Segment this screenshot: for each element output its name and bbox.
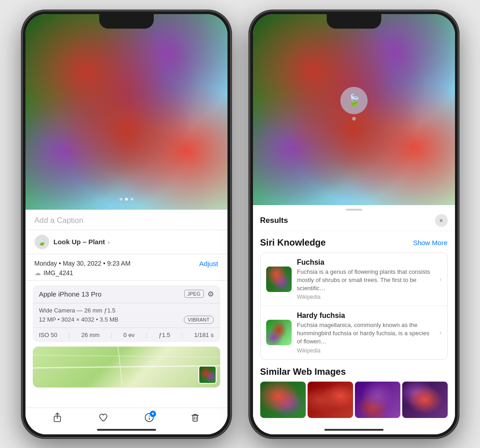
fuchsia-desc: Fuchsia is a genus of flowering plants t… — [297, 268, 434, 293]
home-indicator-2 — [324, 429, 384, 431]
lookup-subject: Plant — [88, 238, 105, 246]
adjust-button[interactable]: Adjust — [199, 260, 218, 267]
notch — [99, 14, 154, 29]
camera-model: Apple iPhone 13 Pro — [39, 290, 102, 298]
gear-icon[interactable]: ⚙ — [207, 290, 214, 298]
aperture-stat: ƒ1.5 — [159, 332, 170, 338]
sep3: | — [146, 332, 147, 338]
siri-knowledge-header: Siri Knowledge Show More — [260, 231, 448, 252]
siri-knowledge-title: Siri Knowledge — [260, 237, 326, 248]
focal-stat: 26 mm — [81, 332, 100, 338]
camera-row2: Wide Camera — 26 mm ƒ1.5 12 MP • 3024 × … — [33, 303, 220, 328]
similar-image-2[interactable] — [308, 382, 353, 418]
similar-images-row — [260, 382, 448, 418]
close-button[interactable]: × — [435, 214, 448, 227]
fuchsia-thumbnail — [266, 267, 292, 292]
meta-filename-row: ☁ IMG_4241 — [35, 269, 218, 277]
phone-2: 🍃 Results × Si — [249, 10, 459, 438]
camera-row1: Apple iPhone 13 Pro JPEG ⚙ — [33, 285, 220, 303]
camera-row3: ISO 50 | 26 mm | 0 ev | ƒ1.5 | 1/181 s — [33, 328, 220, 342]
fuchsia-name: Fuchsia — [297, 258, 434, 267]
lookup-text: Look Up – Plant › — [54, 238, 110, 246]
show-more-button[interactable]: Show More — [413, 239, 448, 247]
similar-header: Similar Web Images — [260, 360, 448, 382]
map-thumbnail — [198, 366, 217, 384]
meta-date: Monday • May 30, 2022 • 9:23 AM — [35, 260, 131, 267]
sep4: | — [182, 332, 183, 338]
similar-image-4[interactable] — [402, 382, 448, 418]
lookup-icon: 🍃 — [35, 235, 49, 249]
dot-2 — [125, 198, 128, 201]
results-title: Results — [260, 216, 288, 225]
siri-leaf-icon: 🍃 — [347, 93, 361, 107]
mp-specs: 12 MP • 3024 × 4032 • 3.5 MB — [39, 316, 119, 323]
cloud-icon: ☁ — [35, 269, 41, 277]
svg-rect-8 — [193, 415, 197, 421]
iso-stat: ISO 50 — [39, 332, 57, 338]
hardy-name: Hardy fuchsia — [297, 312, 434, 320]
fuchsia-chevron-icon: › — [440, 276, 442, 283]
map-thumb-flower — [199, 367, 216, 383]
phone-1-screen: Add a Caption 🍃 Look Up – Plant › — [25, 14, 227, 434]
dot-3 — [131, 198, 133, 201]
hardy-text: Hardy fuchsia Fuchsia magellanica, commo… — [297, 312, 434, 354]
hardy-source: Wikipedia — [297, 347, 434, 354]
lookup-row[interactable]: 🍃 Look Up – Plant › — [25, 230, 227, 254]
similar-title: Similar Web Images — [260, 367, 346, 377]
results-header: Results × — [253, 211, 455, 231]
hardy-chevron-icon: › — [440, 329, 442, 336]
camera-specs-row: 12 MP • 3024 × 4032 • 3.5 MB VIBRANT — [39, 316, 214, 324]
sep2: | — [111, 332, 112, 338]
phone2-photo: 🍃 — [253, 14, 455, 205]
lookup-label: Look Up – — [54, 238, 87, 246]
delete-button[interactable] — [190, 413, 200, 425]
home-indicator — [97, 429, 156, 431]
knowledge-card: Fuchsia Fuchsia is a genus of flowering … — [260, 252, 448, 360]
hardy-desc: Fuchsia magellanica, commonly known as t… — [297, 321, 434, 346]
photo-dots — [120, 198, 133, 201]
vibrant-badge: VIBRANT — [184, 316, 214, 324]
phone2-content: 🍃 Results × Si — [253, 14, 455, 434]
favorite-button[interactable] — [98, 413, 108, 425]
info-badge: ✦ — [150, 411, 156, 417]
knowledge-item-fuchsia[interactable]: Fuchsia Fuchsia is a genus of flowering … — [261, 253, 447, 307]
sep1: | — [69, 332, 70, 338]
phone-1: Add a Caption 🍃 Look Up – Plant › — [22, 10, 231, 438]
ev-stat: 0 ev — [123, 332, 135, 338]
phone1-content: Add a Caption 🍃 Look Up – Plant › — [25, 14, 227, 434]
hardy-thumb-image — [266, 320, 292, 345]
camera-badges: JPEG ⚙ — [184, 290, 214, 298]
svg-point-6 — [149, 416, 150, 417]
siri-bubble: 🍃 — [340, 87, 368, 114]
fuchsia-text: Fuchsia Fuchsia is a genus of flowering … — [297, 258, 434, 301]
shutter-stat: 1/181 s — [194, 332, 214, 338]
siri-dot — [352, 117, 356, 121]
info-panel: Add a Caption 🍃 Look Up – Plant › — [25, 210, 227, 408]
similar-image-3[interactable] — [355, 382, 400, 418]
phone-2-screen: 🍃 Results × Si — [253, 14, 455, 434]
photo-area[interactable] — [25, 14, 227, 210]
results-sheet: Results × Siri Knowledge Show More — [253, 205, 455, 434]
info-button[interactable]: ✦ — [144, 413, 154, 425]
results-body: Siri Knowledge Show More Fuchsia — [253, 231, 455, 434]
filename: IMG_4241 — [44, 269, 73, 277]
caption-placeholder[interactable]: Add a Caption — [35, 216, 84, 225]
hardy-thumbnail — [266, 320, 292, 345]
share-button[interactable] — [52, 413, 62, 425]
meta-date-row: Monday • May 30, 2022 • 9:23 AM Adjust — [35, 260, 218, 267]
map-section[interactable] — [33, 347, 220, 388]
camera-section: Apple iPhone 13 Pro JPEG ⚙ Wide Camera —… — [33, 285, 220, 342]
caption-area[interactable]: Add a Caption — [25, 210, 227, 230]
fuchsia-thumb-image — [266, 267, 292, 292]
similar-image-1[interactable] — [260, 382, 306, 418]
meta-section: Monday • May 30, 2022 • 9:23 AM Adjust ☁… — [25, 254, 227, 281]
wide-camera: Wide Camera — 26 mm ƒ1.5 — [39, 307, 214, 314]
knowledge-item-hardy[interactable]: Hardy fuchsia Fuchsia magellanica, commo… — [261, 306, 447, 359]
phones-container: Add a Caption 🍃 Look Up – Plant › — [0, 0, 480, 448]
flower-photo — [25, 14, 227, 210]
fuchsia-source: Wikipedia — [297, 294, 434, 300]
close-icon: × — [439, 217, 443, 224]
jpeg-badge: JPEG — [184, 290, 204, 298]
lookup-chevron-icon: › — [108, 239, 110, 246]
dot-1 — [120, 198, 122, 201]
